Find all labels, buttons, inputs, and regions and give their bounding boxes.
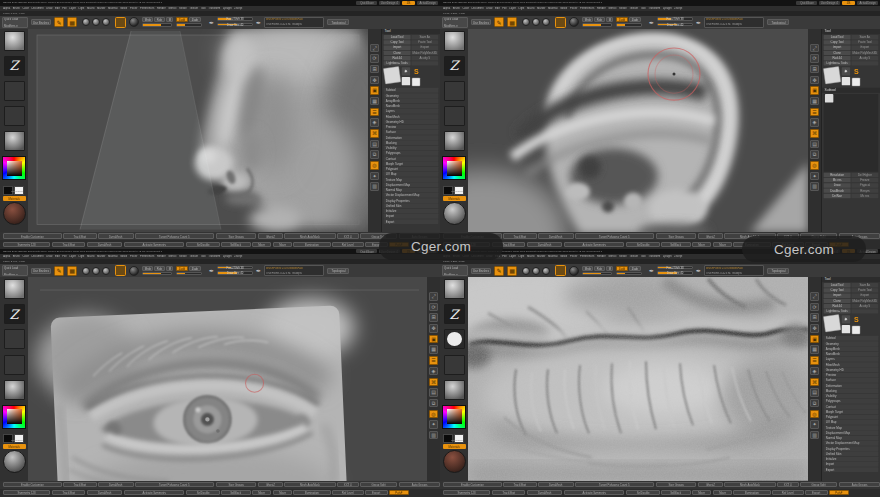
section-initialize[interactable]: Initialize <box>824 457 879 462</box>
bottom-button[interactable]: Illumination <box>293 490 330 495</box>
bottom-button[interactable]: SelDouble <box>186 490 220 495</box>
strip-icon-0[interactable]: ⤢ <box>429 292 438 301</box>
topological-button[interactable]: Topological <box>767 19 789 25</box>
panel-button[interactable]: Copy Tool <box>824 288 851 292</box>
panel-button[interactable]: DelNan <box>824 193 851 197</box>
mesh-thumb[interactable] <box>412 77 420 85</box>
cube-thumb[interactable] <box>842 325 850 333</box>
section-layers[interactable]: Layers <box>384 108 439 113</box>
bottom-button[interactable]: Enable Customize <box>3 233 62 238</box>
polymesh-star-thumb[interactable]: ✷ <box>842 315 850 323</box>
section-preview[interactable]: Preview <box>824 373 879 378</box>
section-polygroups[interactable]: Polygroups <box>824 399 879 404</box>
use-brushes-button[interactable]: Use Brushes <box>31 19 51 25</box>
section-surface[interactable]: Surface <box>384 129 439 134</box>
strip-icon-10[interactable]: ⧉ <box>370 150 379 159</box>
section-unified-skin[interactable]: Unified Skin <box>824 451 879 456</box>
section-polypaint[interactable]: Polypaint <box>824 415 879 420</box>
bottom-button[interactable]: SelDouble <box>626 242 660 247</box>
bottom-button[interactable]: DynaMesh <box>538 233 573 238</box>
materials-button[interactable]: Materials <box>3 444 26 449</box>
eye-sculpt-viewport[interactable] <box>28 277 427 481</box>
strip-icon-6[interactable]: ☰ <box>810 356 819 365</box>
rgb-intensity-slider[interactable] <box>142 23 172 27</box>
panel-button[interactable]: Save As <box>851 34 878 38</box>
strip-icon-11[interactable]: ◎ <box>810 410 819 419</box>
bottom-button[interactable]: Auto Groups <box>839 482 880 487</box>
zsub-button[interactable]: Zsub <box>629 266 641 271</box>
lazy-mouse-icon[interactable]: ✒ <box>696 267 701 274</box>
section-geometry[interactable]: Geometry <box>384 93 439 98</box>
bottom-button[interactable]: Target Polygons Count 5 <box>135 482 214 487</box>
strip-icon-3[interactable]: ✥ <box>810 324 819 333</box>
panel-button[interactable]: Make PolyMesh3D <box>851 50 878 54</box>
m-button[interactable]: M <box>606 266 613 271</box>
section-polygroups[interactable]: Polygroups <box>384 150 439 155</box>
scale-tool-icon[interactable] <box>92 18 100 26</box>
strip-icon-8[interactable]: ⌘ <box>429 378 438 387</box>
stroke-thumbnail[interactable]: Z <box>4 56 25 76</box>
bottom-button[interactable]: SelBlack <box>661 242 690 247</box>
lazy-mouse-icon[interactable]: ✒ <box>696 19 701 26</box>
strip-icon-12[interactable]: ✦ <box>810 172 819 181</box>
panel-button[interactable]: Mc res <box>851 193 878 197</box>
bottom-button[interactable]: Mixer <box>252 490 271 495</box>
bottom-button[interactable]: Activate Symmetry <box>124 490 184 495</box>
panel-button[interactable]: Export <box>411 45 438 49</box>
panel-button[interactable]: Lightbox ▸ Tools <box>824 61 851 65</box>
topological-button[interactable]: Topological <box>767 268 789 274</box>
draw-mode-button[interactable]: ▦ <box>67 17 77 27</box>
current-brush-button[interactable] <box>555 265 566 276</box>
section-export[interactable]: Export <box>384 219 439 224</box>
bottom-button[interactable]: Move <box>713 490 732 495</box>
strip-icon-4[interactable]: ▣ <box>370 86 379 95</box>
panel-button[interactable]: Lightbox ▸ Tools <box>824 309 851 313</box>
bottom-button[interactable]: Activate Symmetry <box>564 242 624 247</box>
bottom-button[interactable]: Illumination <box>293 242 330 247</box>
section-geometry[interactable]: Geometry <box>824 341 879 346</box>
quick-load-group[interactable]: Quick LoadModifiers ▾ <box>2 265 28 276</box>
strip-icon-12[interactable]: ✦ <box>429 420 438 429</box>
titlebar-chip[interactable]: UserDesign 4 <box>379 1 400 5</box>
lazy-mouse-icon[interactable]: ✒ <box>256 267 261 274</box>
panel-button[interactable]: Import <box>824 293 851 297</box>
section-visibility[interactable]: Visibility <box>824 394 879 399</box>
material-sphere[interactable] <box>3 450 26 473</box>
panel-button[interactable] <box>851 61 878 65</box>
panel-button[interactable]: Freeze <box>851 177 878 181</box>
section-contact[interactable]: Contact <box>384 156 439 161</box>
titlebar-chip[interactable]: ZB <box>842 1 855 5</box>
mrgb-button[interactable]: Mrgb <box>142 17 153 22</box>
bottom-button[interactable]: XYZ 4 <box>777 482 798 487</box>
active-tool-thumb[interactable] <box>383 66 401 84</box>
quick-load-group[interactable]: Quick LoadModifiers ▾ <box>442 17 468 28</box>
bottom-button[interactable]: Size Groups <box>656 482 697 487</box>
scale-tool-icon[interactable] <box>532 267 540 275</box>
strip-icon-1[interactable]: ⟳ <box>810 54 819 63</box>
strip-icon-3[interactable]: ✥ <box>370 76 379 85</box>
rotate-tool-icon[interactable] <box>542 267 550 275</box>
rgb-button[interactable]: Rgb <box>154 17 165 22</box>
stroke-curve-icon[interactable]: ✒ <box>649 19 654 26</box>
titlebar-chip[interactable]: ActualDesign <box>857 1 878 5</box>
panel-button[interactable]: Rad 44 <box>824 304 851 308</box>
material-thumbnail[interactable] <box>4 380 25 400</box>
section-subtool[interactable]: Subtool <box>384 87 439 92</box>
strip-icon-3[interactable]: ✥ <box>810 76 819 85</box>
section-initialize[interactable]: Initialize <box>384 208 439 213</box>
cube-thumb[interactable] <box>842 76 850 84</box>
bottom-button[interactable]: Symmetry 128 <box>3 490 50 495</box>
panel-button[interactable]: Draw <box>824 183 851 187</box>
strip-icon-7[interactable]: ◈ <box>810 118 819 127</box>
bottom-button[interactable]: TrackShot <box>503 233 537 238</box>
bottom-button[interactable]: SelBlack <box>661 490 690 495</box>
panel-button[interactable] <box>411 61 438 65</box>
use-brushes-button[interactable]: Use Brushes <box>471 268 491 274</box>
strip-icon-9[interactable]: ▤ <box>370 140 379 149</box>
bottom-button[interactable]: Move <box>273 490 292 495</box>
rgb-intensity-slider[interactable] <box>582 23 612 27</box>
nose-sculpt-viewport[interactable] <box>28 29 368 233</box>
ear-sculpt-viewport[interactable] <box>468 29 808 233</box>
panel-button[interactable]: Ptypical <box>851 183 878 187</box>
section-deformation[interactable]: Deformation <box>384 135 439 140</box>
